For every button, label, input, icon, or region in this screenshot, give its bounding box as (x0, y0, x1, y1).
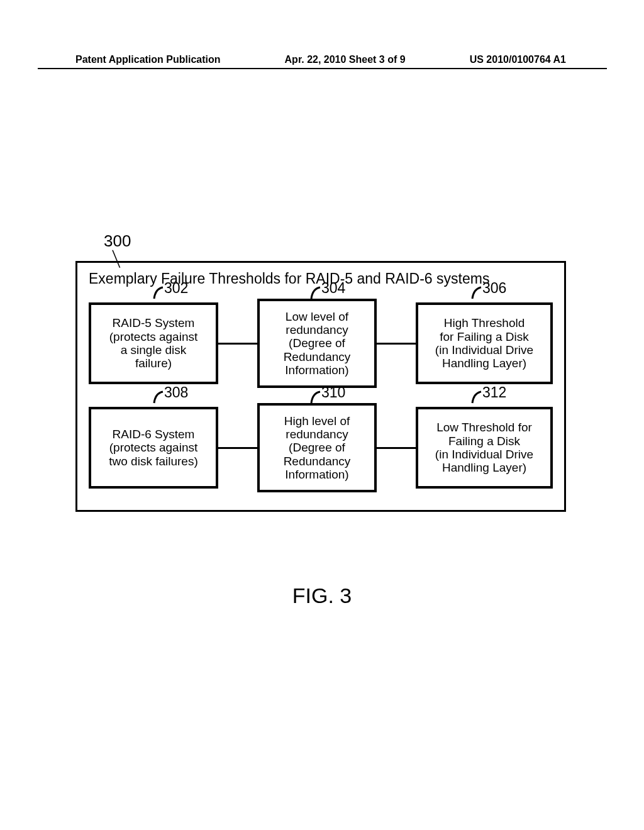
box-ref-number: 312 (482, 384, 506, 401)
diagram-box-low-threshold: Low Threshold for Failing a Disk (in Ind… (416, 407, 553, 489)
box-text: High Threshold for Failing a Disk (in In… (435, 316, 533, 370)
box-ref-number: 304 (321, 280, 345, 297)
leader-hook-icon (467, 390, 484, 404)
diagram-box-low-redundancy: Low level of redundancy (Degree of Redun… (257, 299, 377, 388)
connector-line (375, 343, 417, 345)
diagram-box-high-threshold: High Threshold for Failing a Disk (in In… (416, 302, 553, 384)
page-header: Patent Application Publication Apr. 22, … (75, 54, 566, 65)
connector-line (217, 447, 258, 449)
leader-hook-icon (149, 390, 165, 404)
diagram-container: Exemplary Failure Thresholds for RAID-5 … (75, 261, 566, 512)
connector-line (375, 447, 417, 449)
box-ref-number: 302 (164, 280, 188, 297)
leader-hook-icon (306, 390, 323, 404)
header-right: US 2010/0100764 A1 (470, 54, 566, 65)
box-ref-number: 308 (164, 384, 188, 401)
diagram-box-raid5-system: RAID-5 System (protects against a single… (89, 302, 218, 384)
box-text: Low level of redundancy (Degree of Redun… (284, 310, 351, 377)
diagram-row: 302 304 306 RAID-5 System (protects agai… (89, 299, 553, 388)
leader-hook-icon (306, 286, 323, 300)
box-text: RAID-6 System (protects against two disk… (109, 428, 198, 468)
box-text: High level of redundancy (Degree of Redu… (284, 414, 351, 481)
header-left: Patent Application Publication (75, 54, 221, 65)
diagram-ref-number: 300 (104, 231, 131, 251)
diagram-row: 308 310 312 RAID-6 System (protects agai… (89, 403, 553, 492)
leader-hook-icon (149, 286, 165, 300)
diagram-box-high-redundancy: High level of redundancy (Degree of Redu… (257, 403, 377, 492)
connector-line (217, 343, 258, 345)
box-ref-number: 306 (482, 280, 506, 297)
box-text: RAID-5 System (protects against a single… (109, 316, 197, 370)
header-center: Apr. 22, 2010 Sheet 3 of 9 (285, 54, 406, 65)
box-text: Low Threshold for Failing a Disk (in Ind… (435, 421, 533, 474)
leader-hook-icon (467, 286, 484, 300)
diagram-box-raid6-system: RAID-6 System (protects against two disk… (89, 407, 218, 489)
figure-label: FIG. 3 (0, 584, 644, 608)
header-rule (38, 68, 607, 69)
box-ref-number: 310 (321, 384, 345, 401)
